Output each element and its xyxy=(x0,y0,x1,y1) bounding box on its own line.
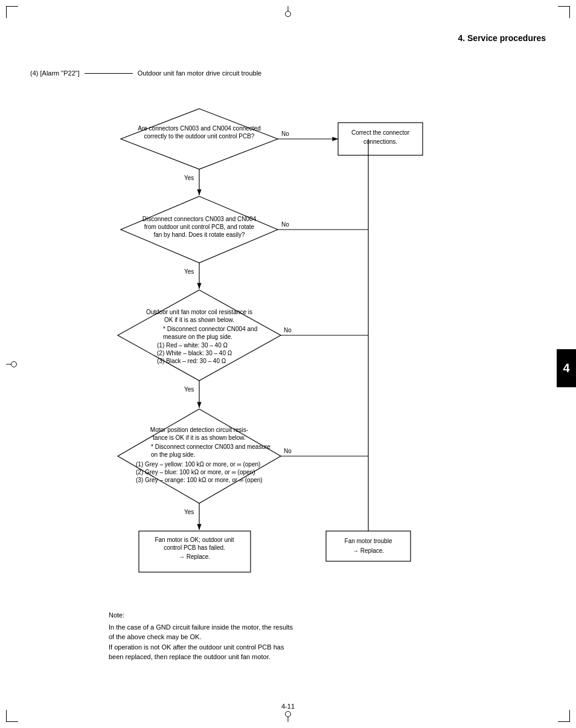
svg-text:(3) Grey – orange: 100 kΩ or m: (3) Grey – orange: 100 kΩ or more, or ∞ … xyxy=(136,477,263,483)
svg-text:Are connectors CN003 and CN004: Are connectors CN003 and CN004 connected xyxy=(138,125,260,132)
svg-text:Yes: Yes xyxy=(184,268,194,275)
svg-text:from outdoor unit control PCB,: from outdoor unit control PCB, and rotat… xyxy=(144,224,255,230)
svg-text:(1) Grey – yellow:  100 kΩ or : (1) Grey – yellow: 100 kΩ or more, or ∞ … xyxy=(136,461,260,468)
corner-mark-br xyxy=(558,710,570,722)
alarm-label: (4) [Alarm "P22"] Outdoor unit fan motor… xyxy=(30,69,261,77)
notes-section: Note: In the case of a GND circuit failu… xyxy=(109,610,459,662)
svg-text:Fan motor trouble: Fan motor trouble xyxy=(345,538,392,544)
svg-text:No: No xyxy=(281,221,289,228)
alarm-code: (4) [Alarm "P22"] xyxy=(30,69,80,77)
svg-text:(2) Grey – blue:    100 kΩ or : (2) Grey – blue: 100 kΩ or more, or ∞ (o… xyxy=(136,469,255,475)
svg-text:→ Replace.: → Replace. xyxy=(353,547,384,554)
svg-text:Outdoor unit fan motor coil re: Outdoor unit fan motor coil resistance i… xyxy=(146,309,252,315)
page-header: 4. Service procedures xyxy=(458,33,546,43)
svg-text:OK if it is as shown below.: OK if it is as shown below. xyxy=(164,317,234,323)
center-left-circle xyxy=(11,361,17,367)
svg-text:correctly to the outdoor unit : correctly to the outdoor unit control PC… xyxy=(144,133,255,140)
svg-text:Motor position detection circu: Motor position detection circuit resis- xyxy=(150,427,248,433)
section-tab: 4 xyxy=(557,349,576,387)
alarm-line xyxy=(85,73,133,74)
corner-mark-tr xyxy=(558,6,570,18)
svg-text:Yes: Yes xyxy=(184,175,194,181)
svg-text:(3) Black – red: 30 – 40 Ω: (3) Black – red: 30 – 40 Ω xyxy=(157,358,226,364)
center-top-circle xyxy=(285,11,291,17)
svg-text:No: No xyxy=(281,130,289,137)
svg-text:measure on the plug side.: measure on the plug side. xyxy=(163,333,232,340)
svg-text:Fan motor is OK; outdoor unit: Fan motor is OK; outdoor unit xyxy=(155,536,234,543)
flowchart: Are connectors CN003 and CN004 connected… xyxy=(30,88,549,614)
svg-text:* Disconnect connector CN003 a: * Disconnect connector CN003 and measure xyxy=(151,443,270,450)
svg-text:No: No xyxy=(284,448,292,454)
svg-text:Yes: Yes xyxy=(184,509,194,515)
svg-rect-48 xyxy=(326,531,411,561)
page-number: 4-11 xyxy=(281,703,295,710)
svg-text:Correct the connector: Correct the connector xyxy=(351,129,410,136)
svg-text:* Disconnect connector CN004 a: * Disconnect connector CN004 and xyxy=(163,326,257,332)
svg-text:tance is OK if it is as shown : tance is OK if it is as shown below. xyxy=(153,434,245,441)
note-title: Note: xyxy=(109,610,459,621)
svg-text:No: No xyxy=(284,327,292,333)
center-bottom-circle xyxy=(285,711,291,717)
alarm-description: Outdoor unit fan motor drive circuit tro… xyxy=(138,69,261,77)
corner-mark-tl xyxy=(6,6,18,18)
svg-text:fan by hand. Does it rotate ea: fan by hand. Does it rotate easily? xyxy=(153,231,245,238)
svg-text:(1) Red – white:  30 – 40 Ω: (1) Red – white: 30 – 40 Ω xyxy=(157,342,228,349)
svg-text:(2) White – black: 30 – 40 Ω: (2) White – black: 30 – 40 Ω xyxy=(157,350,232,356)
svg-text:Yes: Yes xyxy=(184,386,194,393)
svg-marker-30 xyxy=(118,409,281,503)
page-title: 4. Service procedures xyxy=(458,33,546,43)
svg-text:on the plug side.: on the plug side. xyxy=(151,451,195,458)
svg-text:control PCB has failed.: control PCB has failed. xyxy=(164,544,225,551)
svg-text:Disconnect connectors CN003 an: Disconnect connectors CN003 and CN004 xyxy=(142,216,257,222)
note-line-1: In the case of a GND circuit failure ins… xyxy=(109,622,459,662)
svg-text:→ Replace.: → Replace. xyxy=(179,553,210,560)
corner-mark-bl xyxy=(6,710,18,722)
